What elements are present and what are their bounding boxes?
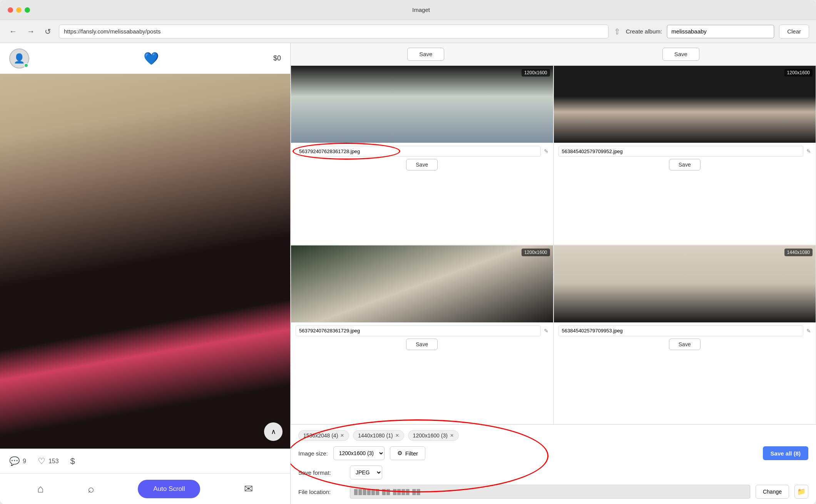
image-card-footer-1: ✎ Save (291, 143, 553, 174)
traffic-lights (8, 7, 30, 13)
filename-input-2[interactable] (558, 146, 804, 157)
save-button-top-1[interactable]: Save (407, 48, 444, 61)
image-size-badge-2: 1200x1600 (784, 69, 813, 77)
top-save-row: Save Save (291, 43, 816, 65)
filter-left: Image size: 1200x1600 (3) 1536x2048 (4) … (298, 446, 425, 460)
filter-button[interactable]: ⚙ Filter (390, 446, 425, 460)
edit-filename-icon-2[interactable]: ✎ (806, 148, 811, 154)
like-icon: ♡ (38, 456, 45, 466)
main-photo-area: ∧ (0, 74, 290, 449)
app-window: Imaget ← → ↺ ⇧ Create album: Clear 👤 💙 $… (0, 0, 816, 504)
main-content: 👤 💙 $0 ∧ 💬 9 ♡ 153 (0, 43, 816, 504)
comment-count: 9 (23, 458, 26, 465)
search-nav-icon[interactable]: ⌕ (88, 483, 94, 495)
filter-label: Filter (405, 450, 418, 457)
image-card-footer-4: ✎ Save (554, 322, 816, 353)
titlebar: Imaget (0, 0, 816, 20)
file-path-display: ██████ ██ ████ ██ (350, 485, 750, 499)
edit-filename-icon-1[interactable]: ✎ (544, 148, 548, 154)
filter-tag-1: 1536x2048 (4) ✕ (298, 430, 349, 441)
album-name-input[interactable] (667, 25, 774, 38)
filter-tag-remove-1[interactable]: ✕ (340, 433, 344, 438)
address-bar[interactable] (59, 25, 609, 38)
filter-tag-remove-3[interactable]: ✕ (450, 433, 454, 438)
file-path-text: ██████ ██ ████ ██ (354, 489, 421, 495)
right-panel: Save Save 1200x1600 ✎ (291, 43, 816, 504)
back-button[interactable]: ← (7, 25, 19, 37)
open-folder-button[interactable]: 📁 (794, 485, 808, 499)
image-card-4: 1440x1080 ✎ Save (553, 245, 816, 425)
filename-row-3: ✎ (296, 325, 548, 336)
image-thumb-4: 1440x1080 (554, 245, 816, 322)
close-button[interactable] (8, 7, 13, 13)
minimize-button[interactable] (16, 7, 22, 13)
like-action[interactable]: ♡ 153 (38, 456, 59, 466)
filename-row-1: ✎ (296, 146, 548, 157)
format-row: Save format: JPEG PNG WEBP (298, 466, 808, 479)
tip-action[interactable]: $ (70, 456, 75, 466)
filter-actions-row: Image size: 1200x1600 (3) 1536x2048 (4) … (298, 446, 808, 460)
share-icon[interactable]: ⇧ (614, 27, 620, 36)
comment-action[interactable]: 💬 9 (9, 456, 26, 466)
filter-tag-label-3: 1200x1600 (3) (413, 432, 448, 439)
filter-tags-row: 1536x2048 (4) ✕ 1440x1080 (1) ✕ 1200x160… (298, 430, 808, 441)
edit-filename-icon-3[interactable]: ✎ (544, 328, 548, 334)
autoscroll-button[interactable]: Auto Scroll (138, 480, 200, 498)
file-location-label: File location: (298, 489, 344, 495)
comment-icon: 💬 (9, 456, 20, 466)
clear-button[interactable]: Clear (779, 25, 809, 38)
card-save-button-2[interactable]: Save (669, 159, 701, 170)
home-nav-icon[interactable]: ⌂ (37, 483, 44, 495)
photo-placeholder (0, 74, 290, 449)
image-grid: 1200x1600 ✎ Save 12 (291, 65, 816, 424)
filter-tag-3: 1200x1600 (3) ✕ (408, 430, 459, 441)
filename-input-1[interactable] (296, 146, 541, 157)
filter-tag-remove-2[interactable]: ✕ (395, 433, 399, 438)
image-size-badge-4: 1440x1080 (784, 249, 813, 256)
browser-bar: ← → ↺ ⇧ Create album: Clear (0, 20, 816, 43)
window-title: Imaget (34, 7, 808, 13)
refresh-button[interactable]: ↺ (42, 25, 54, 38)
file-location-row: File location: ██████ ██ ████ ██ Change … (298, 485, 808, 499)
filename-input-4[interactable] (558, 325, 804, 336)
like-count: 153 (48, 458, 59, 465)
card-save-button-4[interactable]: Save (669, 339, 701, 350)
change-location-button[interactable]: Change (756, 485, 789, 499)
left-panel: 👤 💙 $0 ∧ 💬 9 ♡ 153 (0, 43, 291, 504)
bottom-nav: ⌂ ⌕ Auto Scroll ✉ (0, 473, 290, 504)
format-select[interactable]: JPEG PNG WEBP (350, 466, 382, 479)
save-format-label: Save format: (298, 469, 344, 476)
filter-settings-icon: ⚙ (397, 450, 402, 457)
avatar: 👤 (9, 48, 29, 68)
save-all-button[interactable]: Save all (8) (763, 446, 808, 460)
image-thumb-1: 1200x1600 (291, 66, 553, 143)
folder-icon: 📁 (797, 487, 806, 496)
right-panel-controls: Create album: Clear (626, 25, 809, 38)
mail-nav-icon[interactable]: ✉ (244, 482, 253, 495)
brand-heart-icon: 💙 (144, 51, 159, 66)
filter-bar: 1536x2048 (4) ✕ 1440x1080 (1) ✕ 1200x160… (291, 424, 816, 504)
create-album-label: Create album: (626, 28, 662, 35)
image-card-3: 1200x1600 ✎ Save (291, 245, 553, 425)
filename-input-3[interactable] (296, 325, 541, 336)
dollar-icon: $ (70, 456, 75, 466)
image-size-label: Image size: (298, 450, 328, 457)
card-save-button-3[interactable]: Save (406, 339, 438, 350)
filter-tag-2: 1440x1080 (1) ✕ (353, 430, 404, 441)
save-button-top-2[interactable]: Save (662, 48, 699, 61)
filter-tag-label-1: 1536x2048 (4) (303, 432, 338, 439)
scroll-up-button[interactable]: ∧ (264, 422, 283, 441)
image-card-1: 1200x1600 ✎ Save (291, 65, 553, 245)
filename-row-4: ✎ (558, 325, 811, 336)
card-save-button-1[interactable]: Save (406, 159, 438, 170)
forward-button[interactable]: → (25, 25, 37, 37)
post-actions-bar: 💬 9 ♡ 153 $ (0, 449, 290, 473)
image-size-select[interactable]: 1200x1600 (3) 1536x2048 (4) 1440x1080 (1… (333, 446, 385, 460)
image-card-footer-2: ✎ Save (554, 143, 816, 174)
image-card-2: 1200x1600 ✎ Save (553, 65, 816, 245)
image-thumb-3: 1200x1600 (291, 245, 553, 322)
edit-filename-icon-4[interactable]: ✎ (806, 328, 811, 334)
filter-tag-label-2: 1440x1080 (1) (358, 432, 393, 439)
page-header: 👤 💙 $0 (0, 43, 290, 74)
maximize-button[interactable] (25, 7, 30, 13)
